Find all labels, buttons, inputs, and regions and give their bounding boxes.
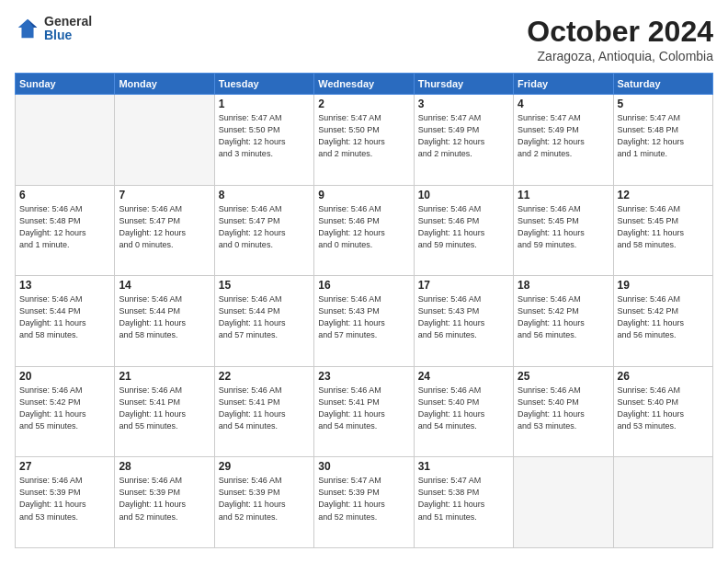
day-number: 30 [318,460,409,473]
day-cell: 6Sunrise: 5:46 AM Sunset: 5:48 PM Daylig… [16,185,115,276]
day-number: 21 [119,370,210,383]
day-number: 9 [318,189,409,201]
weekday-header-saturday: Saturday [613,74,712,95]
logo: General Blue [15,15,92,43]
svg-marker-0 [18,19,38,39]
day-cell [514,457,613,548]
weekday-header-wednesday: Wednesday [314,74,414,95]
day-info: Sunrise: 5:46 AM Sunset: 5:47 PM Dayligh… [119,203,210,251]
day-info: Sunrise: 5:46 AM Sunset: 5:41 PM Dayligh… [219,385,310,432]
day-info: Sunrise: 5:46 AM Sunset: 5:44 PM Dayligh… [219,293,310,341]
day-number: 31 [418,460,509,473]
day-number: 11 [518,189,609,201]
day-number: 7 [119,189,210,201]
day-number: 18 [518,279,609,292]
day-cell: 13Sunrise: 5:46 AM Sunset: 5:44 PM Dayli… [16,276,115,367]
weekday-header-monday: Monday [115,74,214,95]
day-info: Sunrise: 5:46 AM Sunset: 5:40 PM Dayligh… [418,385,509,432]
day-number: 29 [219,460,310,473]
week-row-5: 27Sunrise: 5:46 AM Sunset: 5:39 PM Dayli… [16,457,713,548]
day-number: 1 [219,98,310,110]
day-info: Sunrise: 5:46 AM Sunset: 5:41 PM Dayligh… [119,385,210,432]
weekday-header-thursday: Thursday [414,74,513,95]
day-number: 6 [19,189,110,201]
day-number: 12 [618,189,709,201]
day-info: Sunrise: 5:46 AM Sunset: 5:45 PM Dayligh… [518,203,609,251]
day-cell: 26Sunrise: 5:46 AM Sunset: 5:40 PM Dayli… [613,366,712,457]
day-cell: 14Sunrise: 5:46 AM Sunset: 5:44 PM Dayli… [115,276,214,367]
weekday-header-tuesday: Tuesday [214,74,313,95]
day-info: Sunrise: 5:46 AM Sunset: 5:42 PM Dayligh… [618,293,709,341]
day-number: 5 [618,98,709,110]
day-info: Sunrise: 5:46 AM Sunset: 5:39 PM Dayligh… [119,475,210,523]
day-cell: 9Sunrise: 5:46 AM Sunset: 5:46 PM Daylig… [314,185,414,276]
day-info: Sunrise: 5:46 AM Sunset: 5:45 PM Dayligh… [618,203,709,251]
day-info: Sunrise: 5:46 AM Sunset: 5:39 PM Dayligh… [19,475,110,523]
month-title: October 2024 [527,15,713,49]
day-number: 13 [19,279,110,292]
day-cell: 10Sunrise: 5:46 AM Sunset: 5:46 PM Dayli… [414,185,513,276]
day-cell: 25Sunrise: 5:46 AM Sunset: 5:40 PM Dayli… [514,366,613,457]
day-info: Sunrise: 5:46 AM Sunset: 5:40 PM Dayligh… [518,385,609,432]
day-cell: 20Sunrise: 5:46 AM Sunset: 5:42 PM Dayli… [16,366,115,457]
logo-text: General Blue [44,15,92,43]
day-number: 17 [418,279,509,292]
day-number: 22 [219,370,310,383]
day-cell: 28Sunrise: 5:46 AM Sunset: 5:39 PM Dayli… [115,457,214,548]
day-info: Sunrise: 5:46 AM Sunset: 5:42 PM Dayligh… [518,293,609,341]
day-cell: 2Sunrise: 5:47 AM Sunset: 5:50 PM Daylig… [314,95,414,186]
day-cell: 23Sunrise: 5:46 AM Sunset: 5:41 PM Dayli… [314,366,414,457]
day-cell: 7Sunrise: 5:46 AM Sunset: 5:47 PM Daylig… [115,185,214,276]
day-info: Sunrise: 5:47 AM Sunset: 5:49 PM Dayligh… [518,112,609,160]
day-info: Sunrise: 5:46 AM Sunset: 5:41 PM Dayligh… [318,385,409,432]
location-subtitle: Zaragoza, Antioquia, Colombia [527,49,713,63]
title-block: October 2024 Zaragoza, Antioquia, Colomb… [527,15,713,63]
day-cell: 3Sunrise: 5:47 AM Sunset: 5:49 PM Daylig… [414,95,513,186]
header: General Blue October 2024 Zaragoza, Anti… [15,15,713,63]
day-cell: 18Sunrise: 5:46 AM Sunset: 5:42 PM Dayli… [514,276,613,367]
day-info: Sunrise: 5:47 AM Sunset: 5:50 PM Dayligh… [219,112,310,160]
week-row-4: 20Sunrise: 5:46 AM Sunset: 5:42 PM Dayli… [16,366,713,457]
day-info: Sunrise: 5:47 AM Sunset: 5:39 PM Dayligh… [318,475,409,523]
day-info: Sunrise: 5:47 AM Sunset: 5:38 PM Dayligh… [418,475,509,523]
week-row-1: 1Sunrise: 5:47 AM Sunset: 5:50 PM Daylig… [16,95,713,186]
week-row-2: 6Sunrise: 5:46 AM Sunset: 5:48 PM Daylig… [16,185,713,276]
weekday-header-sunday: Sunday [16,74,115,95]
day-info: Sunrise: 5:46 AM Sunset: 5:46 PM Dayligh… [318,203,409,251]
day-number: 26 [618,370,709,383]
day-cell [16,95,115,186]
day-info: Sunrise: 5:46 AM Sunset: 5:48 PM Dayligh… [19,203,110,251]
day-cell: 16Sunrise: 5:46 AM Sunset: 5:43 PM Dayli… [314,276,414,367]
day-info: Sunrise: 5:47 AM Sunset: 5:50 PM Dayligh… [318,112,409,160]
day-info: Sunrise: 5:47 AM Sunset: 5:49 PM Dayligh… [418,112,509,160]
day-cell: 30Sunrise: 5:47 AM Sunset: 5:39 PM Dayli… [314,457,414,548]
day-info: Sunrise: 5:47 AM Sunset: 5:48 PM Dayligh… [618,112,709,160]
day-number: 16 [318,279,409,292]
day-number: 27 [19,460,110,473]
day-number: 28 [119,460,210,473]
page: General Blue October 2024 Zaragoza, Anti… [0,0,728,563]
day-number: 10 [418,189,509,201]
day-number: 24 [418,370,509,383]
day-cell [613,457,712,548]
day-cell: 24Sunrise: 5:46 AM Sunset: 5:40 PM Dayli… [414,366,513,457]
day-info: Sunrise: 5:46 AM Sunset: 5:43 PM Dayligh… [318,293,409,341]
day-cell: 8Sunrise: 5:46 AM Sunset: 5:47 PM Daylig… [214,185,313,276]
day-cell: 27Sunrise: 5:46 AM Sunset: 5:39 PM Dayli… [16,457,115,548]
day-cell: 19Sunrise: 5:46 AM Sunset: 5:42 PM Dayli… [613,276,712,367]
day-number: 20 [19,370,110,383]
day-cell: 11Sunrise: 5:46 AM Sunset: 5:45 PM Dayli… [514,185,613,276]
day-info: Sunrise: 5:46 AM Sunset: 5:44 PM Dayligh… [119,293,210,341]
day-cell: 31Sunrise: 5:47 AM Sunset: 5:38 PM Dayli… [414,457,513,548]
day-info: Sunrise: 5:46 AM Sunset: 5:44 PM Dayligh… [19,293,110,341]
calendar: SundayMondayTuesdayWednesdayThursdayFrid… [15,73,713,548]
day-cell: 29Sunrise: 5:46 AM Sunset: 5:39 PM Dayli… [214,457,313,548]
day-info: Sunrise: 5:46 AM Sunset: 5:43 PM Dayligh… [418,293,509,341]
day-number: 14 [119,279,210,292]
logo-blue: Blue [44,29,92,42]
day-info: Sunrise: 5:46 AM Sunset: 5:47 PM Dayligh… [219,203,310,251]
day-cell: 22Sunrise: 5:46 AM Sunset: 5:41 PM Dayli… [214,366,313,457]
weekday-header-friday: Friday [514,74,613,95]
day-cell: 12Sunrise: 5:46 AM Sunset: 5:45 PM Dayli… [613,185,712,276]
day-number: 4 [518,98,609,110]
